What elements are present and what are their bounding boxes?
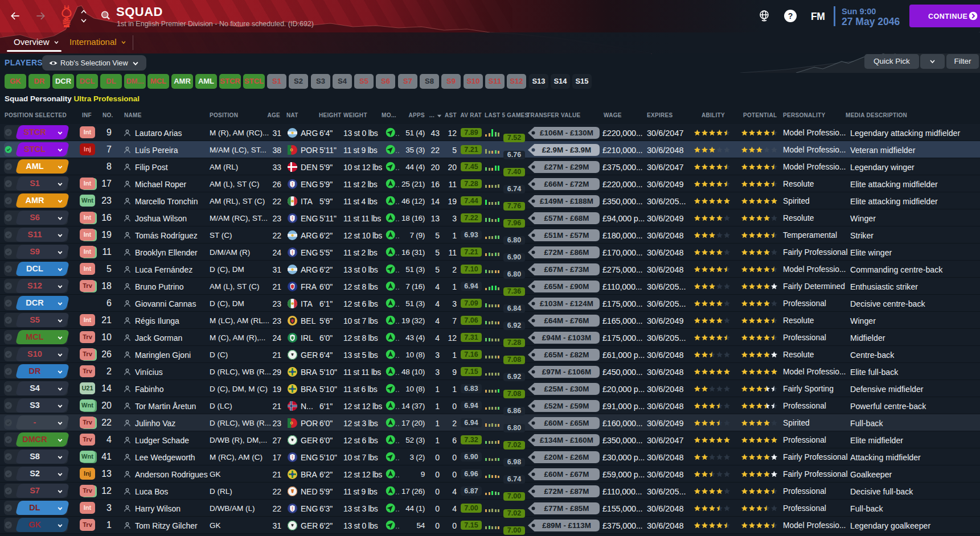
svg-text:£2.9M - £3.9M: £2.9M - £3.9M [542,146,591,154]
svg-text:£72M - £87M: £72M - £87M [544,487,589,496]
svg-text:£94M - £103M: £94M - £103M [542,333,591,342]
svg-text:£89M - £113M: £89M - £113M [542,521,591,530]
svg-text:?: ? [788,11,793,20]
svg-text:£60M - £65M: £60M - £65M [544,419,589,427]
svg-text:£57M - £68M: £57M - £68M [544,214,589,222]
svg-text:£72M - £86M: £72M - £86M [544,248,589,257]
svg-text:£106M - £130M: £106M - £130M [540,129,593,137]
svg-text:£65M - £82M: £65M - £82M [544,351,589,359]
svg-text:£27M - £29M: £27M - £29M [544,163,589,171]
svg-text:£20M - £26M: £20M - £26M [544,453,589,461]
svg-text:£60M - £67M: £60M - £67M [544,470,589,479]
svg-text:£149M - £188M: £149M - £188M [540,197,593,205]
svg-text:£134M - £160M: £134M - £160M [540,436,593,444]
svg-text:£25M - £30M: £25M - £30M [544,385,589,393]
svg-text:£64M - £76M: £64M - £76M [544,316,589,325]
svg-text:£52M - £59M: £52M - £59M [544,402,589,410]
svg-text:£97M - £106M: £97M - £106M [542,368,591,376]
svg-text:£103M - £124M: £103M - £124M [540,299,593,308]
svg-text:£67M - £73M: £67M - £73M [544,265,589,274]
svg-text:£51M - £57M: £51M - £57M [544,231,589,240]
svg-text:£65M - £90M: £65M - £90M [544,282,589,291]
svg-text:£77M - £85M: £77M - £85M [544,504,589,513]
svg-text:£66M - £72M: £66M - £72M [544,180,589,188]
